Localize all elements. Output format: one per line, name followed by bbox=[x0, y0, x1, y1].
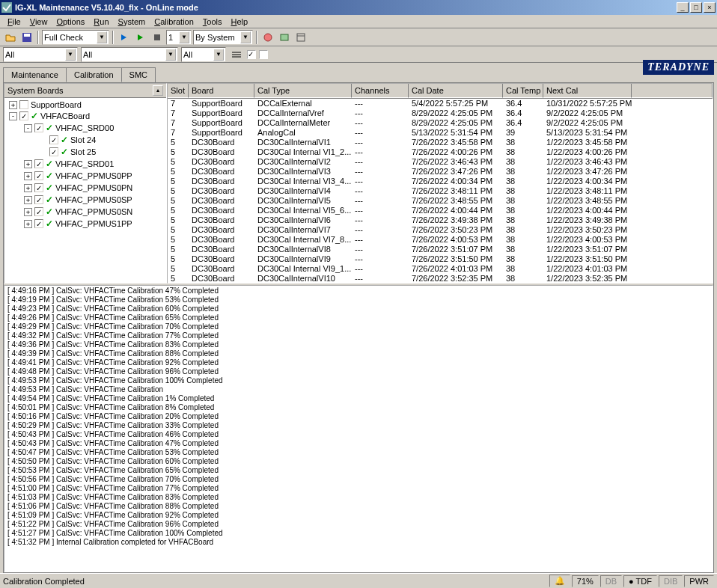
stop-button[interactable] bbox=[150, 30, 165, 45]
tree-expander[interactable]: + bbox=[24, 172, 32, 180]
tree-item[interactable]: +✓VHFAC_PPMUS0SP bbox=[6, 194, 165, 206]
play-blue-button[interactable] bbox=[117, 30, 132, 45]
table-row[interactable]: 7SupportBoardDCCalExternal---5/4/2022 5:… bbox=[168, 99, 713, 108]
tree-checkbox[interactable] bbox=[34, 219, 43, 228]
tab-smc[interactable]: SMC bbox=[121, 67, 156, 82]
group-combo[interactable]: By System▼ bbox=[193, 30, 253, 45]
tree-expander[interactable]: + bbox=[24, 196, 32, 204]
tree-checkbox[interactable] bbox=[19, 100, 28, 109]
tree-item[interactable]: +✓VHFAC_PPMUS0PN bbox=[6, 182, 165, 194]
tree-checkbox[interactable] bbox=[34, 207, 43, 216]
tree-checkbox[interactable] bbox=[34, 159, 43, 168]
tree-checkbox[interactable] bbox=[34, 171, 43, 180]
tree-item[interactable]: -✓VHFAC_SRD00 bbox=[6, 122, 165, 134]
filter-options-button[interactable] bbox=[229, 47, 244, 62]
brand-logo: TERADYNE bbox=[643, 60, 714, 75]
tree-expander[interactable]: + bbox=[24, 208, 32, 216]
table-row[interactable]: 7SupportBoardDCCalInternalVref---8/29/20… bbox=[168, 108, 713, 118]
menu-options[interactable]: Options bbox=[52, 16, 89, 28]
log-line: [ 4:49:19 PM ] CalSvc: VHFACTime Calibra… bbox=[7, 295, 710, 304]
tree-checkbox[interactable] bbox=[34, 183, 43, 192]
tree-expander[interactable]: - bbox=[9, 112, 17, 120]
table-row[interactable]: 5DC30BoardDC30CalInternalVI6---7/26/2022… bbox=[168, 215, 713, 225]
count-combo[interactable]: 1▼ bbox=[166, 30, 192, 45]
tree-expander[interactable]: + bbox=[9, 101, 17, 109]
column-header[interactable]: Cal Date bbox=[409, 84, 503, 98]
tree-item[interactable]: +SupportBoard bbox=[6, 99, 165, 110]
menu-calibration[interactable]: Calibration bbox=[150, 16, 198, 28]
tree-checkbox[interactable] bbox=[19, 111, 28, 120]
column-header[interactable]: Cal Temp bbox=[503, 84, 543, 98]
check-mode-combo[interactable]: Full Check▼ bbox=[42, 30, 109, 45]
table-row[interactable]: 5DC30BoardDC30CalInternalVI2---7/26/2022… bbox=[168, 157, 713, 167]
grid-header[interactable]: SlotBoardCal TypeChannelsCal DateCal Tem… bbox=[168, 84, 713, 99]
table-row[interactable]: 7SupportBoardAnalogCal---5/13/2022 5:31:… bbox=[168, 128, 713, 138]
tree-item[interactable]: +✓VHFAC_PPMUS0PP bbox=[6, 170, 165, 182]
cell: 38 bbox=[503, 274, 543, 283]
tree-expander[interactable]: + bbox=[24, 220, 32, 228]
table-row[interactable]: 5DC30BoardDC30CalInternalVI10---7/26/202… bbox=[168, 274, 713, 283]
menu-help[interactable]: Help bbox=[227, 16, 253, 28]
tree-item[interactable]: -✓VHFACBoard bbox=[6, 110, 165, 122]
menu-file[interactable]: File bbox=[3, 16, 25, 28]
table-row[interactable]: 5DC30BoardDC30CalInternalVI1---7/26/2022… bbox=[168, 138, 713, 147]
table-row[interactable]: 5DC30BoardDC30Cal Internal VI3_4...---7/… bbox=[168, 177, 713, 186]
column-header[interactable]: Board bbox=[189, 84, 254, 98]
tree-checkbox[interactable] bbox=[49, 147, 58, 156]
bell-icon[interactable]: 🔔 bbox=[549, 575, 570, 587]
tree-item[interactable]: ✓Slot 24 bbox=[6, 134, 165, 146]
menu-tools[interactable]: Tools bbox=[198, 16, 227, 28]
table-row[interactable]: 5DC30BoardDC30Cal Internal VI1_2...---7/… bbox=[168, 147, 713, 157]
table-row[interactable]: 5DC30BoardDC30CalInternalVI8---7/26/2022… bbox=[168, 245, 713, 254]
column-header[interactable]: Channels bbox=[352, 84, 409, 98]
tree-checkbox[interactable] bbox=[34, 123, 43, 132]
filter-checkbox-1[interactable] bbox=[247, 50, 256, 59]
tab-calibration[interactable]: Calibration bbox=[66, 67, 122, 82]
open-button[interactable] bbox=[3, 30, 18, 45]
column-header[interactable]: Cal Type bbox=[254, 84, 352, 98]
tree-expander[interactable]: - bbox=[24, 124, 32, 132]
tree-item[interactable]: +✓VHFAC_PPMUS1PP bbox=[6, 218, 165, 230]
tool2-button[interactable] bbox=[277, 30, 292, 45]
tree[interactable]: +SupportBoard-✓VHFACBoard-✓VHFAC_SRD00✓S… bbox=[4, 98, 166, 283]
tree-scroll-up[interactable]: ▴ bbox=[153, 85, 163, 96]
table-row[interactable]: 5DC30BoardDC30CalInternalVI4---7/26/2022… bbox=[168, 186, 713, 196]
play-button[interactable] bbox=[133, 30, 148, 45]
tree-expander[interactable]: + bbox=[24, 160, 32, 168]
tool1-button[interactable] bbox=[260, 30, 275, 45]
table-row[interactable]: 5DC30BoardDC30CalInternalVI5---7/26/2022… bbox=[168, 196, 713, 206]
log-line: [ 4:51:06 PM ] CalSvc: VHFACTime Calibra… bbox=[7, 502, 710, 511]
column-header[interactable]: Slot bbox=[168, 84, 189, 98]
tree-checkbox[interactable] bbox=[49, 135, 58, 144]
log-pane[interactable]: [ 4:49:16 PM ] CalSvc: VHFACTime Calibra… bbox=[4, 285, 713, 572]
menu-system[interactable]: System bbox=[114, 16, 150, 28]
close-button[interactable]: × bbox=[704, 2, 716, 13]
table-row[interactable]: 5DC30BoardDC30Cal Internal VI9_1...---7/… bbox=[168, 264, 713, 274]
filter1-combo[interactable]: All▼ bbox=[3, 47, 78, 62]
table-row[interactable]: 5DC30BoardDC30CalInternalVI3---7/26/2022… bbox=[168, 167, 713, 177]
tree-checkbox[interactable] bbox=[34, 195, 43, 204]
cell: 7/26/2022 3:51:50 PM bbox=[409, 254, 503, 264]
menu-view[interactable]: View bbox=[25, 16, 52, 28]
filter-checkbox-2[interactable] bbox=[259, 50, 268, 59]
tree-item[interactable]: +✓VHFAC_SRD01 bbox=[6, 158, 165, 170]
table-row[interactable]: 7SupportBoardDCCalInternalMeter---8/29/2… bbox=[168, 118, 713, 128]
filter3-combo[interactable]: All▼ bbox=[181, 47, 226, 62]
table-row[interactable]: 5DC30BoardDC30Cal Internal VI7_8...---7/… bbox=[168, 235, 713, 245]
tool3-button[interactable] bbox=[293, 30, 308, 45]
menu-run[interactable]: Run bbox=[89, 16, 113, 28]
table-row[interactable]: 5DC30BoardDC30Cal Internal VI5_6...---7/… bbox=[168, 206, 713, 215]
tree-item[interactable]: ✓Slot 25 bbox=[6, 146, 165, 158]
tree-item[interactable]: +✓VHFAC_PPMUS0SN bbox=[6, 206, 165, 218]
grid-body[interactable]: 7SupportBoardDCCalExternal---5/4/2022 5:… bbox=[168, 99, 713, 283]
filter2-combo[interactable]: All▼ bbox=[81, 47, 178, 62]
cell: --- bbox=[352, 167, 409, 177]
table-row[interactable]: 5DC30BoardDC30CalInternalVI7---7/26/2022… bbox=[168, 225, 713, 235]
maximize-button[interactable]: □ bbox=[690, 2, 702, 13]
table-row[interactable]: 5DC30BoardDC30CalInternalVI9---7/26/2022… bbox=[168, 254, 713, 264]
column-header[interactable]: Next Cal bbox=[543, 84, 632, 98]
tab-maintenance[interactable]: Maintenance bbox=[3, 67, 67, 82]
minimize-button[interactable]: _ bbox=[677, 2, 689, 13]
save-button[interactable] bbox=[19, 30, 34, 45]
tree-expander[interactable]: + bbox=[24, 184, 32, 192]
